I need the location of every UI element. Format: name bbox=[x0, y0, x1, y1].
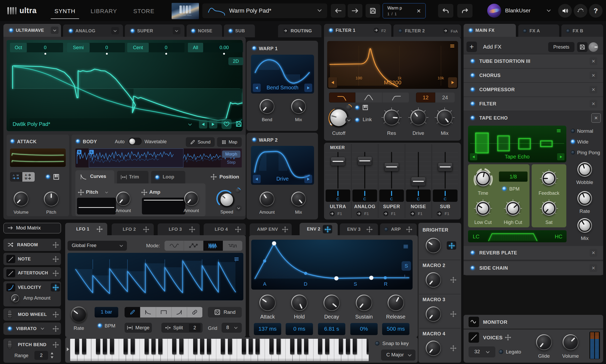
svg-text:S: S bbox=[354, 281, 357, 287]
svg-text:100: 100 bbox=[356, 76, 362, 80]
svg-text:R: R bbox=[384, 281, 388, 287]
svg-text:D: D bbox=[304, 281, 307, 287]
svg-text:LC: LC bbox=[473, 234, 480, 239]
svg-text:W: W bbox=[17, 174, 19, 177]
svg-text:A: A bbox=[13, 174, 14, 177]
svg-text:A: A bbox=[25, 174, 27, 177]
svg-text:HC: HC bbox=[555, 234, 562, 239]
svg-text:W: W bbox=[25, 177, 27, 180]
svg-text:A: A bbox=[263, 281, 266, 287]
svg-text:10k: 10k bbox=[438, 76, 444, 80]
